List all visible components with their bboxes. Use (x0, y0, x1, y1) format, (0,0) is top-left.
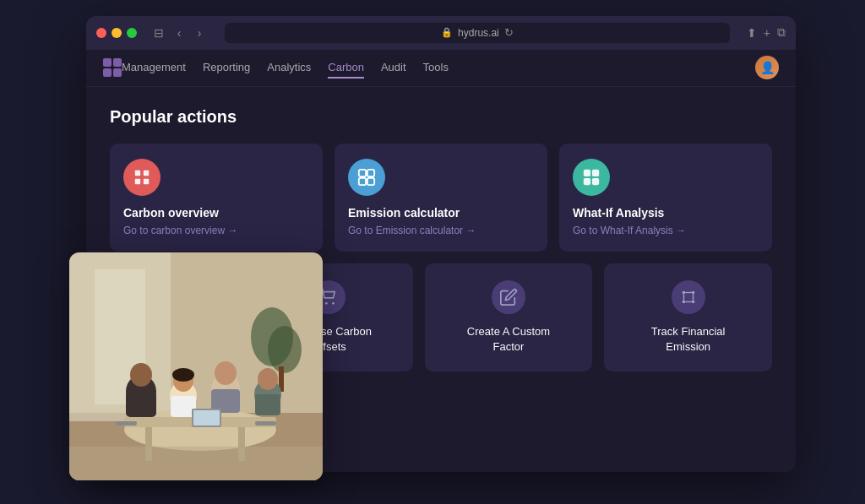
browser-chrome: ⊟ ‹ › 🔒 hydrus.ai ↻ ⬆ + ⧉ (86, 16, 796, 50)
svg-rect-7 (367, 177, 374, 184)
nav-tools[interactable]: Tools (423, 57, 449, 79)
sidebar-toggle-icon[interactable]: ⊟ (150, 24, 167, 41)
svg-rect-45 (255, 394, 280, 415)
carbon-overview-icon (123, 159, 160, 196)
create-factor-card[interactable]: Create A CustomFactor (425, 263, 593, 371)
svg-rect-35 (126, 392, 156, 417)
track-financial-card[interactable]: Track FinancialEmission (604, 263, 772, 371)
track-financial-icon (672, 280, 705, 314)
svg-rect-0 (135, 170, 140, 175)
meeting-photo (69, 252, 323, 480)
svg-point-39 (172, 368, 194, 382)
logo (103, 58, 122, 77)
nav-items: Management Reporting Analytics Carbon Au… (122, 57, 755, 79)
svg-rect-2 (135, 178, 140, 183)
carbon-overview-title: Carbon overview (123, 206, 309, 219)
svg-rect-1 (144, 170, 149, 175)
track-financial-title: Track FinancialEmission (617, 324, 759, 355)
url-text: hydrus.ai (458, 27, 499, 39)
refresh-icon[interactable]: ↻ (504, 26, 514, 39)
scene: ⊟ ‹ › 🔒 hydrus.ai ↻ ⬆ + ⧉ (69, 16, 796, 489)
svg-rect-5 (367, 169, 374, 176)
close-button[interactable] (96, 28, 106, 38)
svg-point-34 (130, 363, 152, 387)
share-icon[interactable]: ⬆ (747, 26, 757, 40)
new-tab-icon[interactable]: + (764, 26, 770, 40)
svg-rect-47 (193, 410, 220, 425)
forward-icon[interactable]: › (191, 24, 208, 41)
svg-rect-4 (359, 169, 366, 176)
maximize-button[interactable] (127, 28, 137, 38)
avatar[interactable]: 👤 (755, 56, 779, 79)
svg-point-44 (258, 368, 278, 390)
svg-point-12 (325, 301, 328, 304)
svg-rect-9 (592, 169, 599, 176)
svg-point-14 (682, 290, 685, 294)
svg-point-41 (215, 361, 237, 385)
back-icon[interactable]: ‹ (171, 24, 188, 41)
bottom-cards-grid: Purchase CarbonOffsets Create A CustomFa… (245, 263, 772, 371)
lock-icon: 🔒 (441, 27, 453, 38)
whatif-analysis-icon (573, 159, 610, 196)
svg-point-16 (682, 300, 685, 303)
nav-management[interactable]: Management (122, 57, 186, 79)
browser-controls: ⊟ ‹ › (150, 24, 208, 41)
svg-rect-10 (584, 177, 590, 184)
svg-point-27 (268, 326, 302, 373)
carbon-overview-card[interactable]: Carbon overview Go to carbon overview → (110, 144, 323, 252)
whatif-analysis-link[interactable]: Go to What-If Analysis → (573, 225, 759, 236)
emission-calculator-card[interactable]: Emission calculator Go to Emission calcu… (335, 144, 547, 252)
minimize-button[interactable] (112, 28, 122, 38)
nav-analytics[interactable]: Analytics (267, 57, 311, 79)
address-bar[interactable]: 🔒 hydrus.ai ↻ (225, 23, 730, 43)
svg-rect-8 (584, 169, 590, 176)
tabs-icon[interactable]: ⧉ (777, 25, 786, 40)
app-navbar: Management Reporting Analytics Carbon Au… (86, 50, 796, 87)
top-cards-grid: Carbon overview Go to carbon overview → … (110, 144, 772, 252)
page-title: Popular actions (110, 107, 772, 127)
svg-rect-6 (359, 177, 366, 184)
svg-rect-48 (116, 421, 137, 425)
svg-point-15 (691, 290, 694, 294)
create-factor-icon (492, 280, 525, 314)
svg-point-17 (691, 300, 694, 303)
nav-carbon[interactable]: Carbon (328, 57, 364, 79)
browser-actions: ⬆ + ⧉ (747, 25, 786, 40)
carbon-overview-link[interactable]: Go to carbon overview → (123, 225, 309, 236)
svg-rect-11 (592, 177, 599, 184)
svg-rect-50 (69, 447, 323, 480)
nav-reporting[interactable]: Reporting (203, 57, 250, 79)
svg-rect-3 (144, 178, 149, 183)
svg-point-13 (332, 301, 335, 304)
whatif-analysis-card[interactable]: What-If Analysis Go to What-If Analysis … (559, 144, 772, 252)
svg-rect-49 (255, 421, 276, 425)
emission-calculator-link[interactable]: Go to Emission calculator → (348, 225, 534, 236)
emission-calculator-title: Emission calculator (348, 206, 534, 219)
traffic-lights (96, 28, 137, 38)
nav-audit[interactable]: Audit (381, 57, 406, 79)
emission-calculator-icon (348, 159, 385, 196)
whatif-analysis-title: What-If Analysis (573, 206, 759, 219)
create-factor-title: Create A CustomFactor (438, 324, 579, 355)
